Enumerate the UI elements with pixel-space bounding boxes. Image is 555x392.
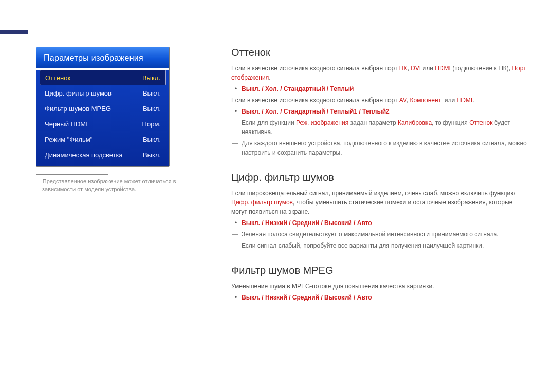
menu-item-label: Режим "Фильм" xyxy=(45,136,92,143)
top-accent-bar xyxy=(0,30,28,34)
menu-item-dynamic-backlight[interactable]: Динамическая подсветка Выкл. xyxy=(40,147,166,162)
menu-item-label: Оттенок xyxy=(45,74,70,82)
section-digital-noise: Цифр. фильтр шумов Если широковещательны… xyxy=(231,172,527,250)
left-divider xyxy=(36,174,108,175)
section2-note-2: Если сигнал слабый, попробуйте все вариа… xyxy=(231,241,527,250)
page-layout: Параметры изображения Оттенок Выкл. Цифр… xyxy=(36,47,527,304)
section1-options-1: Выкл. / Хол. / Стандартный / Теплый xyxy=(231,85,527,92)
section-title: Цифр. фильтр шумов xyxy=(231,172,527,183)
section2-note-1: Зеленая полоса свидетельствует о максима… xyxy=(231,230,527,239)
section-mpeg-noise: Фильтр шумов MPEG Уменьшение шума в MPEG… xyxy=(231,265,527,301)
menu-body: Оттенок Выкл. Цифр. фильтр шумов Выкл. Ф… xyxy=(36,70,169,166)
header-rule xyxy=(35,32,527,32)
section-title: Фильтр шумов MPEG xyxy=(231,265,527,276)
menu-item-digital-noise[interactable]: Цифр. фильтр шумов Выкл. xyxy=(40,85,166,101)
section1-intro: Если в качестве источника входного сигна… xyxy=(231,64,527,82)
section3-options: Выкл. / Низкий / Средний / Высокий / Авт… xyxy=(231,294,527,301)
menu-panel: Параметры изображения Оттенок Выкл. Цифр… xyxy=(36,47,170,167)
menu-item-ottenok[interactable]: Оттенок Выкл. xyxy=(40,70,166,85)
menu-item-label: Цифр. фильтр шумов xyxy=(45,89,112,97)
menu-item-label: Черный HDMI xyxy=(45,120,88,128)
menu-item-value: Норм. xyxy=(142,120,161,128)
section2-options: Выкл. / Низкий / Средний / Высокий / Авт… xyxy=(231,219,527,227)
section2-intro: Если широковещательный сигнал, принимаем… xyxy=(231,189,527,216)
menu-item-value: Выкл. xyxy=(143,151,161,159)
menu-item-mpeg-noise[interactable]: Фильтр шумов MPEG Выкл. xyxy=(40,101,166,116)
menu-item-label: Фильтр шумов MPEG xyxy=(45,105,111,113)
section-ottenok: Оттенок Если в качестве источника входно… xyxy=(231,47,527,157)
section1-note-1: Если для функции Реж. изображения задан … xyxy=(231,118,527,137)
menu-item-value: Выкл. xyxy=(143,89,161,97)
menu-item-value: Выкл. xyxy=(143,105,161,113)
section-title: Оттенок xyxy=(231,47,527,59)
left-column: Параметры изображения Оттенок Выкл. Цифр… xyxy=(36,47,200,304)
menu-item-black-hdmi[interactable]: Черный HDMI Норм. xyxy=(40,116,166,132)
menu-item-label: Динамическая подсветка xyxy=(45,151,123,159)
menu-title: Параметры изображения xyxy=(36,47,169,68)
menu-item-value: Выкл. xyxy=(142,74,160,82)
section1-options-2: Выкл. / Хол. / Стандартный / Теплый1 / Т… xyxy=(231,108,527,115)
section3-intro: Уменьшение шума в MPEG-потоке для повыше… xyxy=(231,282,527,291)
right-column: Оттенок Если в качестве источника входно… xyxy=(231,47,527,304)
section1-note-2: Для каждого внешнего устройства, подключ… xyxy=(231,139,527,157)
footnote: Представленное изображение может отличат… xyxy=(36,178,200,194)
section1-intro-2: Если в качестве источника входного сигна… xyxy=(231,96,527,105)
menu-item-film-mode[interactable]: Режим "Фильм" Выкл. xyxy=(40,132,166,147)
menu-item-value: Выкл. xyxy=(143,136,161,143)
